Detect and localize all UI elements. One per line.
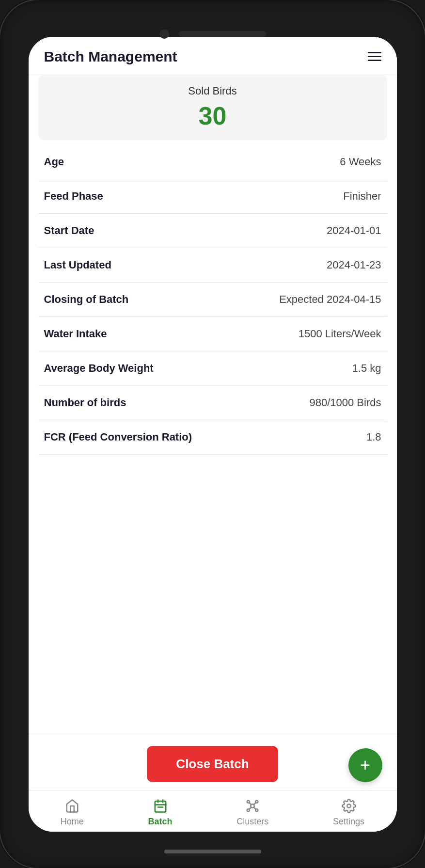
svg-line-12 <box>250 807 252 809</box>
info-row: Water Intake 1500 Liters/Week <box>38 317 387 351</box>
info-row-value: Expected 2024-04-15 <box>279 293 381 306</box>
phone-screen: Batch Management Sold Birds 30 Age 6 Wee… <box>29 37 397 832</box>
nav-item-clusters[interactable]: Clusters <box>236 797 268 827</box>
nav-label-batch: Batch <box>148 817 173 827</box>
info-row-label: Average Body Weight <box>44 362 154 375</box>
home-icon <box>63 797 81 815</box>
info-row-label: FCR (Feed Conversion Ratio) <box>44 431 192 443</box>
nav-item-home[interactable]: Home <box>61 797 84 827</box>
info-row-label: Last Updated <box>44 259 111 271</box>
app-header: Batch Management <box>29 37 397 75</box>
info-row-label: Water Intake <box>44 328 107 340</box>
sold-birds-card: Sold Birds 30 <box>38 75 387 140</box>
phone-frame: Batch Management Sold Birds 30 Age 6 Wee… <box>0 0 425 868</box>
nav-label-settings: Settings <box>333 817 364 827</box>
menu-icon[interactable] <box>368 52 381 61</box>
info-row-label: Age <box>44 156 64 168</box>
bottom-nav: Home Batch Clusters Settings <box>29 790 397 832</box>
info-row-value: Finisher <box>343 190 381 203</box>
speaker-bar <box>179 31 266 37</box>
info-row-value: 2024-01-23 <box>327 259 381 271</box>
nav-label-clusters: Clusters <box>236 817 268 827</box>
nav-label-home: Home <box>61 817 84 827</box>
camera-dot <box>159 29 169 39</box>
info-row-value: 1.8 <box>366 431 381 443</box>
info-row: Start Date 2024-01-01 <box>38 214 387 248</box>
info-row: FCR (Feed Conversion Ratio) 1.8 <box>38 420 387 455</box>
clusters-icon <box>244 797 261 815</box>
info-row-value: 6 Weeks <box>340 156 381 168</box>
info-row-value: 980/1000 Birds <box>310 396 381 409</box>
svg-line-11 <box>254 803 256 805</box>
info-row: Age 6 Weeks <box>38 145 387 179</box>
info-row-label: Feed Phase <box>44 190 103 203</box>
app-container: Batch Management Sold Birds 30 Age 6 Wee… <box>29 37 397 832</box>
info-row: Closing of Batch Expected 2024-04-15 <box>38 283 387 317</box>
info-row-value: 1.5 kg <box>352 362 381 375</box>
info-row-label: Number of birds <box>44 396 126 409</box>
svg-line-10 <box>250 803 252 805</box>
close-batch-button[interactable]: Close Batch <box>147 746 278 782</box>
nav-item-batch[interactable]: Batch <box>148 797 173 827</box>
sold-birds-value: 30 <box>50 101 376 130</box>
info-row: Feed Phase Finisher <box>38 179 387 214</box>
info-row-label: Closing of Batch <box>44 293 129 306</box>
settings-icon <box>340 797 358 815</box>
info-row-value: 1500 Liters/Week <box>299 328 381 340</box>
nav-item-settings[interactable]: Settings <box>333 797 364 827</box>
action-area: Close Batch + <box>29 734 397 790</box>
info-row-value: 2024-01-01 <box>327 224 381 237</box>
svg-point-14 <box>347 804 351 808</box>
phone-bottom-bar <box>164 850 261 853</box>
info-row: Number of birds 980/1000 Birds <box>38 386 387 420</box>
info-row-label: Start Date <box>44 224 94 237</box>
info-row: Average Body Weight 1.5 kg <box>38 351 387 386</box>
phone-top-bar <box>159 29 266 39</box>
sold-birds-label: Sold Birds <box>50 85 376 97</box>
fab-button[interactable]: + <box>348 748 382 782</box>
info-row: Last Updated 2024-01-23 <box>38 248 387 283</box>
page-title: Batch Management <box>44 48 177 65</box>
svg-line-13 <box>254 807 256 809</box>
info-list: Age 6 Weeks Feed Phase Finisher Start Da… <box>29 145 397 734</box>
batch-icon <box>152 797 169 815</box>
